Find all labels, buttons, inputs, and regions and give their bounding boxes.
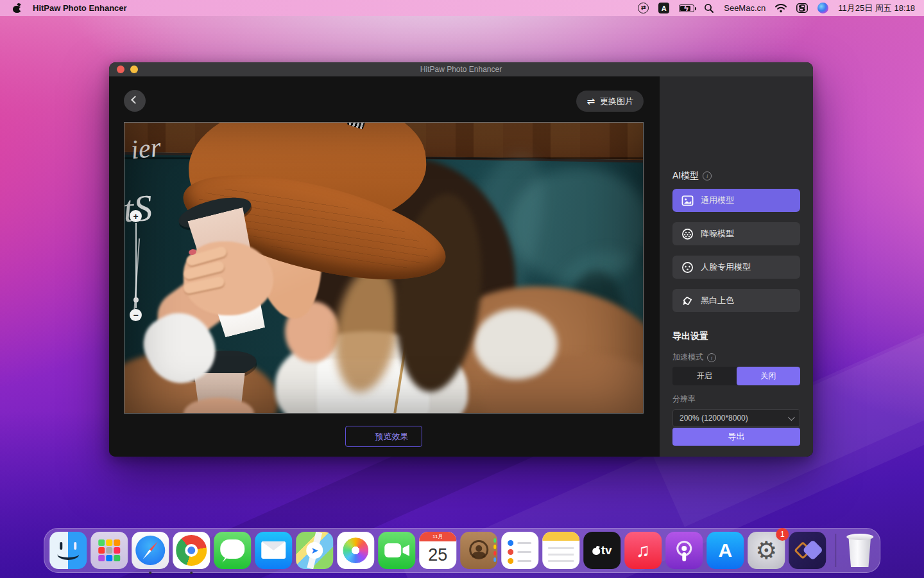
window-title: HitPaw Photo Enhancer: [109, 65, 813, 74]
zoom-in-button[interactable]: +: [130, 210, 142, 222]
menu-network-name[interactable]: SeeMac.cn: [724, 3, 766, 13]
chevron-left-icon: [131, 96, 139, 104]
swap-icon: ⇌: [586, 96, 595, 107]
dock-item-maps[interactable]: ➤: [296, 532, 333, 569]
chevron-down-icon: [788, 414, 795, 421]
gear-icon: ⚙: [755, 536, 777, 565]
dock-item-system-preferences[interactable]: ⚙1: [748, 532, 785, 569]
model-button-denoise[interactable]: 降噪模型: [672, 222, 800, 245]
back-button[interactable]: [124, 90, 146, 112]
acceleration-segmented-control: 开启 关闭: [672, 367, 800, 385]
wifi-icon[interactable]: [775, 4, 787, 13]
dock-item-finder[interactable]: [49, 532, 87, 569]
zoom-out-button[interactable]: −: [130, 309, 142, 321]
dock-item-contacts[interactable]: [460, 532, 497, 569]
dock-item-music[interactable]: ♫: [624, 532, 662, 569]
dock-item-safari[interactable]: [132, 532, 169, 569]
dock-item-podcasts[interactable]: [665, 532, 703, 569]
acceleration-off-option[interactable]: 关闭: [737, 367, 801, 385]
spotlight-search-icon[interactable]: [704, 3, 714, 13]
dock-item-notes[interactable]: [542, 532, 579, 569]
acceleration-on-option[interactable]: 开启: [672, 367, 737, 385]
export-button[interactable]: 导出: [672, 428, 800, 446]
photo-preview-canvas[interactable]: ier tS: [124, 122, 644, 414]
battery-icon[interactable]: ϟ: [679, 4, 694, 12]
ai-model-section-title: AI模型 i: [672, 170, 712, 182]
export-settings-title: 导出设置: [672, 331, 708, 342]
siri-icon[interactable]: [817, 3, 828, 13]
general-model-icon: [681, 195, 694, 207]
preview-label: 预览效果: [375, 431, 409, 442]
dock: ➤ 11月 25 tv ♫ A ⚙1: [44, 528, 880, 573]
zoom-slider: + −: [130, 210, 142, 338]
dock-item-appstore[interactable]: A: [706, 532, 744, 569]
window-titlebar: HitPaw Photo Enhancer: [109, 62, 813, 76]
preview-effect-button[interactable]: 预览效果: [345, 426, 422, 447]
settings-sidebar: AI模型 i 通用模型 降噪模型 人脸专用模型 黑白上色 导出设置 加速模: [660, 76, 813, 457]
zoom-slider-track[interactable]: [135, 223, 137, 308]
active-app-name[interactable]: HitPaw Photo Enhancer: [33, 3, 127, 13]
acceleration-label: 加速模式 i: [672, 352, 716, 363]
info-icon[interactable]: i: [707, 353, 716, 362]
resolution-dropdown[interactable]: 200% (12000*8000): [672, 409, 800, 427]
dock-divider: [835, 534, 836, 567]
resolution-label: 分辨率: [672, 394, 696, 405]
navigation-arrow-icon: ➤: [306, 542, 323, 559]
editor-main-area: ⇌ 更换图片 ier tS: [109, 76, 660, 457]
dock-item-facetime[interactable]: [378, 532, 415, 569]
info-icon[interactable]: i: [703, 171, 712, 180]
notification-badge: 1: [776, 528, 789, 541]
change-image-label: 更换图片: [600, 96, 633, 107]
calendar-day: 25: [419, 541, 456, 569]
control-center-icon[interactable]: [796, 3, 808, 13]
calendar-month: 11月: [419, 532, 456, 541]
menu-datetime[interactable]: 11月25日 周五 18:18: [838, 3, 915, 14]
dock-item-chrome[interactable]: [173, 532, 210, 569]
apple-menu-icon[interactable]: [13, 3, 21, 13]
music-note-icon: ♫: [636, 539, 651, 561]
zoom-slider-thumb[interactable]: [133, 297, 139, 302]
dock-item-calendar[interactable]: 11月 25: [419, 532, 456, 569]
denoise-model-icon: [681, 228, 694, 240]
dock-item-launchpad[interactable]: [90, 532, 128, 569]
model-button-general[interactable]: 通用模型: [672, 189, 800, 212]
dock-item-trash[interactable]: [845, 532, 875, 568]
dock-item-mail[interactable]: [255, 532, 292, 569]
hitpaw-window: HitPaw Photo Enhancer ⇌ 更换图片 ier tS: [109, 62, 813, 457]
input-switcher-icon[interactable]: ⇄: [638, 3, 649, 13]
dock-item-reminders[interactable]: [501, 532, 538, 569]
resolution-value: 200% (12000*8000): [680, 414, 748, 423]
face-model-icon: [681, 261, 694, 274]
change-image-button[interactable]: ⇌ 更换图片: [576, 91, 644, 112]
dock-item-hitpaw[interactable]: [789, 532, 826, 569]
model-button-face[interactable]: 人脸专用模型: [672, 256, 800, 279]
menu-bar: HitPaw Photo Enhancer ⇄ A ϟ SeeMac.cn 11…: [0, 0, 924, 16]
model-button-colorize[interactable]: 黑白上色: [672, 289, 800, 312]
dock-item-messages[interactable]: [214, 532, 251, 569]
dock-item-appletv[interactable]: tv: [583, 532, 620, 569]
input-method-icon[interactable]: A: [658, 3, 669, 13]
dock-item-photos[interactable]: [337, 532, 374, 569]
colorize-model-icon: [681, 295, 694, 307]
